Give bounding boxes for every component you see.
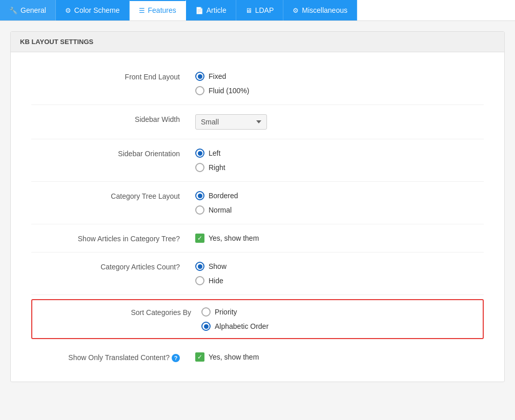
miscellaneous-icon: ⚙ [293,7,299,14]
radio-circle-sort-categories-by-alphabetic [201,322,211,331]
radio-option-front-end-layout-fixed[interactable]: Fixed [195,72,249,81]
radio-option-category-tree-layout-bordered[interactable]: Bordered [195,191,238,200]
setting-label-category-tree-layout: Category Tree Layout [31,191,195,200]
radio-circle-category-tree-layout-normal [195,205,204,215]
radio-label-category-tree-layout-bordered: Bordered [209,192,238,200]
radio-option-front-end-layout-fluid[interactable]: Fluid (100%) [195,86,249,95]
radio-circle-front-end-layout-fixed [195,72,204,81]
section-title: KB LAYOUT SETTINGS [11,32,504,52]
tab-ldap-label: LDAP [255,6,274,14]
settings-body: Front End LayoutFixedFluid (100%)Sidebar… [11,52,504,382]
content-area: KB LAYOUT SETTINGS Front End LayoutFixed… [10,31,505,382]
radio-circle-sidebar-orientation-right [195,163,204,172]
radio-label-category-tree-layout-normal: Normal [209,206,232,214]
setting-row-front-end-layout: Front End LayoutFixedFluid (100%) [31,62,484,105]
setting-label-category-articles-count: Category Articles Count? [31,262,195,271]
checkbox-box-show-only-translated-content: ✓ [195,352,204,362]
setting-label-sidebar-orientation: Sidebar Orientation [31,149,195,158]
article-icon: 📄 [195,7,203,14]
radio-option-sort-categories-by-priority[interactable]: Priority [201,307,269,317]
setting-row-category-articles-count: Category Articles Count?ShowHide [31,253,484,295]
checkbox-label-show-articles-in-category-tree: Yes, show them [209,234,259,242]
radio-label-front-end-layout-fluid: Fluid (100%) [209,87,249,95]
setting-controls-front-end-layout: FixedFluid (100%) [195,72,249,95]
radio-circle-category-articles-count-show [195,262,204,271]
setting-label-show-articles-in-category-tree: Show Articles in Category Tree? [31,234,195,243]
radio-label-front-end-layout-fixed: Fixed [209,72,226,80]
setting-label-sidebar-width: Sidebar Width [31,114,195,123]
radio-option-sort-categories-by-alphabetic[interactable]: Alphabetic Order [201,322,269,331]
radio-label-sidebar-orientation-left: Left [209,149,220,157]
setting-row-sidebar-width: Sidebar WidthSmallMediumLarge [31,105,484,139]
tab-general[interactable]: 🔧General [0,0,56,20]
tab-ldap[interactable]: 🖥LDAP [236,0,284,20]
checkbox-label-show-only-translated-content: Yes, show them [209,353,259,361]
tab-article-label: Article [207,6,226,14]
tab-features-label: Features [148,6,176,14]
setting-row-show-only-translated-content: Show Only Translated Content??✓Yes, show… [31,343,484,371]
radio-circle-category-articles-count-hide [195,276,204,285]
tab-article[interactable]: 📄Article [186,0,236,20]
radio-circle-category-tree-layout-bordered [195,191,204,200]
setting-controls-sidebar-orientation: LeftRight [195,149,225,172]
radio-option-sidebar-orientation-left[interactable]: Left [195,149,225,158]
radio-option-sidebar-orientation-right[interactable]: Right [195,163,225,172]
features-icon: ☰ [139,7,145,14]
radio-circle-sidebar-orientation-left [195,149,204,158]
setting-controls-category-tree-layout: BorderedNormal [195,191,238,215]
setting-controls-category-articles-count: ShowHide [195,262,226,285]
setting-controls-sidebar-width: SmallMediumLarge [195,114,267,130]
radio-option-category-tree-layout-normal[interactable]: Normal [195,205,238,215]
checkbox-box-show-articles-in-category-tree: ✓ [195,234,204,243]
setting-row-category-tree-layout: Category Tree LayoutBorderedNormal [31,182,484,224]
tab-miscellaneous[interactable]: ⚙Miscellaneous [283,0,357,20]
setting-label-sort-categories-by: Sort Categories By [37,307,201,317]
tab-color-scheme[interactable]: ⚙Color Scheme [56,0,130,20]
setting-controls-show-articles-in-category-tree: ✓Yes, show them [195,234,259,243]
tab-color-scheme-label: Color Scheme [74,6,120,14]
radio-label-sort-categories-by-alphabetic: Alphabetic Order [215,322,269,330]
radio-circle-sort-categories-by-priority [201,307,211,317]
setting-controls-show-only-translated-content: ✓Yes, show them [195,352,259,362]
tab-miscellaneous-label: Miscellaneous [302,6,347,14]
help-icon-show-only-translated-content[interactable]: ? [172,354,180,362]
ldap-icon: 🖥 [245,7,252,14]
setting-label-show-only-translated-content: Show Only Translated Content?? [31,352,195,362]
checkbox-show-articles-in-category-tree[interactable]: ✓Yes, show them [195,234,259,243]
radio-circle-front-end-layout-fluid [195,86,204,95]
checkbox-show-only-translated-content[interactable]: ✓Yes, show them [195,352,259,362]
radio-option-category-articles-count-show[interactable]: Show [195,262,226,271]
setting-label-front-end-layout: Front End Layout [31,72,195,81]
radio-label-sidebar-orientation-right: Right [209,163,225,172]
radio-label-category-articles-count-show: Show [209,262,226,270]
nav-tabs: 🔧General⚙Color Scheme☰Features📄Article🖥L… [0,0,515,21]
color-scheme-icon: ⚙ [65,7,71,14]
setting-row-sort-categories-by: Sort Categories ByPriorityAlphabetic Ord… [31,299,484,339]
general-icon: 🔧 [9,7,17,14]
radio-label-sort-categories-by-priority: Priority [215,308,237,316]
setting-row-show-articles-in-category-tree: Show Articles in Category Tree?✓Yes, sho… [31,224,484,253]
select-sidebar-width[interactable]: SmallMediumLarge [195,114,267,130]
tab-features[interactable]: ☰Features [130,0,186,20]
radio-option-category-articles-count-hide[interactable]: Hide [195,276,226,285]
setting-row-sidebar-orientation: Sidebar OrientationLeftRight [31,139,484,182]
radio-label-category-articles-count-hide: Hide [209,277,223,285]
setting-controls-sort-categories-by: PriorityAlphabetic Order [201,307,269,331]
tab-general-label: General [20,6,46,14]
